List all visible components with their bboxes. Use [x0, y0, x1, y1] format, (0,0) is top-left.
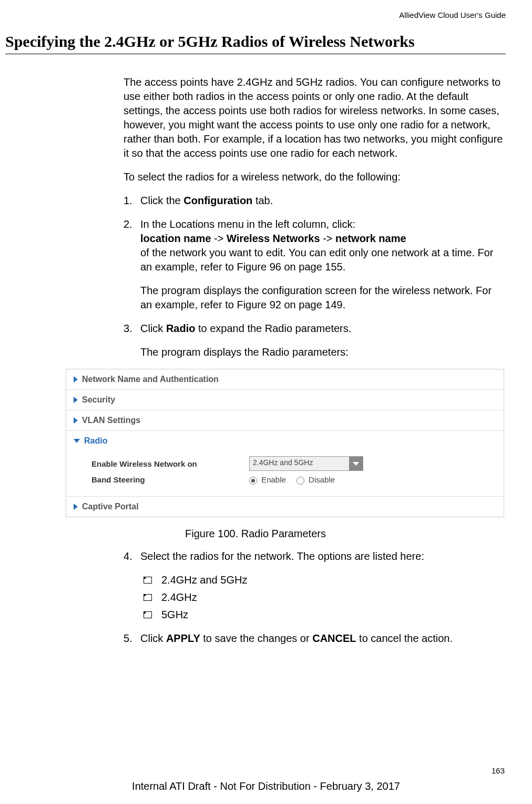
step-number: 3. — [124, 321, 140, 359]
accordion-vlan[interactable]: VLAN Settings — [66, 410, 504, 431]
chevron-right-icon — [74, 397, 78, 403]
doc-title: AlliedView Cloud User's Guide — [5, 11, 506, 19]
accordion-label: Network Name and Authentication — [82, 375, 219, 384]
step-body: Click APPLY to save the changes or CANCE… — [140, 631, 506, 646]
step-4: 4. Select the radios for the network. Th… — [124, 549, 506, 564]
enable-wireless-select[interactable]: 2.4GHz and 5GHz — [249, 456, 363, 471]
wireless-networks-ref: Wireless Networks — [227, 233, 320, 244]
accordion-label: Radio — [84, 436, 107, 446]
step-body: Click the Configuration tab. — [140, 194, 506, 208]
accordion-radio[interactable]: Radio — [66, 431, 504, 451]
section-title: Specifying the 2.4GHz or 5GHz Radios of … — [5, 33, 506, 51]
option-label: 2.4GHz — [161, 590, 197, 605]
step-number: 4. — [124, 549, 140, 564]
select-dropdown-button[interactable] — [349, 457, 363, 470]
cancel-button-ref: CANCEL — [312, 632, 356, 644]
band-steering-radios: Enable Disable — [249, 475, 335, 485]
text: Click — [140, 632, 166, 644]
accordion-security[interactable]: Security — [66, 390, 504, 410]
text: of the network you want to edit. You can… — [140, 247, 494, 273]
step-2: 2. In the Locations menu in the left col… — [124, 217, 506, 312]
page-number: 163 — [492, 766, 505, 775]
intro-paragraph-1: The access points have 2.4GHz and 5GHz r… — [124, 75, 506, 160]
step-1: 1. Click the Configuration tab. — [124, 194, 506, 208]
band-steering-row: Band Steering Enable Disable — [91, 475, 498, 485]
radio-icon — [296, 477, 304, 485]
accordion-network-auth[interactable]: Network Name and Authentication — [66, 369, 504, 390]
radio-parameters-panel: Network Name and Authentication Security… — [66, 369, 504, 517]
option-24ghz: 2.4GHz — [144, 590, 506, 605]
accordion-label: Captive Portal — [82, 502, 139, 511]
location-name-ref: location name — [140, 233, 211, 244]
radio-section-ref: Radio — [166, 323, 196, 334]
radio-option-enable[interactable]: Enable — [249, 475, 286, 485]
bullet-icon — [144, 611, 152, 618]
step-body: Select the radios for the network. The o… — [140, 549, 506, 564]
draft-footer: Internal ATI Draft - Not For Distributio… — [0, 780, 532, 792]
step-5: 5. Click APPLY to save the changes or CA… — [124, 631, 506, 646]
chevron-right-icon — [74, 417, 78, 424]
chevron-right-icon — [74, 504, 78, 510]
step-3-sub: The program displays the Radio parameter… — [140, 345, 506, 359]
text: to expand the Radio parameters. — [195, 323, 351, 334]
step-body: In the Locations menu in the left column… — [140, 217, 506, 312]
step-number: 1. — [124, 194, 140, 208]
apply-button-ref: APPLY — [166, 632, 200, 644]
step-body: Click Radio to expand the Radio paramete… — [140, 321, 506, 359]
enable-wireless-row: Enable Wireless Network on 2.4GHz and 5G… — [91, 456, 498, 471]
radio-label: Enable — [261, 475, 286, 484]
accordion-captive-portal[interactable]: Captive Portal — [66, 497, 504, 517]
network-name-ref: network name — [335, 233, 406, 244]
text: Click the — [140, 195, 183, 206]
bullet-icon — [144, 577, 152, 584]
figure-caption: Figure 100. Radio Parameters — [5, 528, 506, 540]
intro-paragraph-2: To select the radios for a wireless netw… — [124, 170, 506, 184]
option-both: 2.4GHz and 5GHz — [144, 573, 506, 587]
enable-wireless-label: Enable Wireless Network on — [91, 459, 249, 468]
option-5ghz: 5GHz — [144, 608, 506, 622]
section-rule — [5, 54, 506, 54]
text: tab. — [252, 195, 273, 206]
arrow: -> — [320, 233, 335, 244]
chevron-right-icon — [74, 376, 78, 383]
arrow: -> — [211, 233, 226, 244]
chevron-down-icon — [74, 439, 80, 443]
text: to cancel the action. — [356, 632, 453, 644]
radio-icon — [249, 477, 257, 485]
option-label: 5GHz — [161, 608, 188, 622]
step-number: 5. — [124, 631, 140, 646]
radio-label: Disable — [309, 475, 335, 484]
text: to save the changes or — [200, 632, 312, 644]
step-2-sub: The program displays the configuration s… — [140, 284, 506, 312]
radio-option-disable[interactable]: Disable — [296, 475, 335, 485]
configuration-tab-ref: Configuration — [183, 195, 252, 206]
bullet-icon — [144, 594, 152, 601]
select-value: 2.4GHz and 5GHz — [250, 457, 349, 470]
accordion-label: VLAN Settings — [82, 416, 140, 425]
band-steering-label: Band Steering — [91, 475, 249, 484]
text: Click — [140, 323, 166, 334]
accordion-label: Security — [82, 395, 115, 405]
text: In the Locations menu in the left column… — [140, 218, 355, 230]
step-3: 3. Click Radio to expand the Radio param… — [124, 321, 506, 359]
option-label: 2.4GHz and 5GHz — [161, 573, 247, 587]
chevron-down-icon — [353, 462, 359, 466]
step-number: 2. — [124, 217, 140, 312]
radio-body: Enable Wireless Network on 2.4GHz and 5G… — [66, 451, 504, 497]
